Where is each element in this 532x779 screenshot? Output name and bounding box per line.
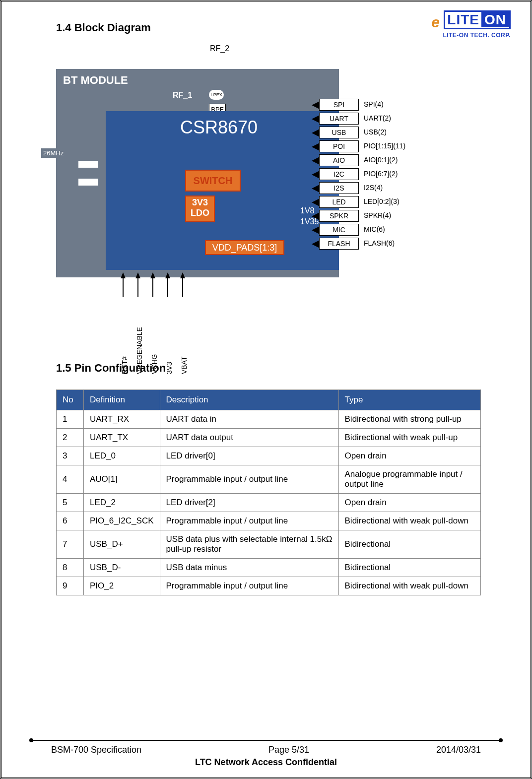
table-header-row: No Definition Description Type — [57, 390, 481, 410]
bus-mic: MIC — [319, 224, 359, 236]
bus-spkr: SPKR — [319, 210, 359, 222]
bus-desc-mic: MIC(6) — [364, 225, 385, 233]
bus-poi: POI — [319, 140, 359, 152]
page-footer: BSM-700 Specification Page 5/31 2014/03/… — [31, 740, 501, 768]
chip-csr8670: CSR8670 SWITCH 3V3 LDO VDD_PADS[1:3] 1V8… — [106, 111, 339, 270]
cell-no: 9 — [57, 577, 84, 595]
switch-block: SWITCH — [185, 170, 241, 192]
bus-desc-i2s: I2S(4) — [364, 184, 383, 192]
cell-type: Open drain — [338, 447, 480, 465]
footer-left: BSM-700 Specification — [51, 745, 141, 755]
vddpads-block: VDD_PADS[1:3] — [205, 240, 284, 255]
table-row: 8USB_D-USB data minusBidirectional — [57, 559, 481, 577]
cell-no: 6 — [57, 512, 84, 530]
cell-def: USB_D+ — [84, 530, 160, 559]
label-rf1: RF_1 — [173, 91, 192, 100]
cell-desc: LED driver[0] — [160, 447, 338, 465]
table-row: 7USB_D+USB data plus with selectable int… — [57, 530, 481, 559]
bus-desc-poi: PIO[1:15](11) — [364, 142, 405, 150]
bus-i2c: I2C — [319, 168, 359, 180]
th-type: Type — [338, 390, 480, 410]
th-def: Definition — [84, 390, 160, 410]
label-rf2: RF_2 — [210, 44, 229, 53]
cell-no: 2 — [57, 429, 84, 447]
logo-main: LITEON — [444, 10, 511, 29]
cell-no: 7 — [57, 530, 84, 559]
bus-desc-spkr: SPKR(4) — [364, 211, 391, 219]
pin-vbat: VBAT — [180, 300, 188, 374]
th-no: No — [57, 390, 84, 410]
ipex-connector: I-PEX — [209, 90, 224, 100]
bus-aio: AIO — [319, 154, 359, 166]
crystal-icon — [73, 161, 98, 186]
table-row: 4AUO[1]Programmable input / output lineA… — [57, 465, 481, 494]
cell-no: 1 — [57, 410, 84, 429]
cell-def: PIO_6_I2C_SCK — [84, 512, 160, 530]
cell-type: Bidirectional with weak pull-up — [338, 429, 480, 447]
cell-desc: USB data minus — [160, 559, 338, 577]
footer-center: Page 5/31 — [268, 745, 309, 755]
bus-desc-flash: FLASH(6) — [364, 239, 395, 247]
cell-desc: UART data output — [160, 429, 338, 447]
chip-title: CSR8670 — [180, 117, 258, 138]
logo-e: e — [431, 14, 440, 30]
logo-subtitle: LITE-ON TECH. CORP. — [431, 32, 511, 39]
footer-confidential: LTC Network Access Confidential — [31, 757, 501, 768]
table-row: 1UART_RXUART data inBidirectional with s… — [57, 410, 481, 429]
table-row: 2UART_TXUART data outputBidirectional wi… — [57, 429, 481, 447]
logo: e LITEON LITE-ON TECH. CORP. — [431, 10, 511, 39]
table-row: 9PIO_2Programmable input / output lineBi… — [57, 577, 481, 595]
cell-def: LED_2 — [84, 494, 160, 512]
bus-desc-spi: SPI(4) — [364, 100, 384, 108]
cell-desc: LED driver[2] — [160, 494, 338, 512]
bus-desc-aio: AIO[0:1](2) — [364, 156, 398, 164]
pin-vregenable: VREGENABLE — [135, 300, 143, 374]
cell-type: Bidirectional with weak pull-down — [338, 577, 480, 595]
cell-desc: Programmable input / output line — [160, 512, 338, 530]
cell-type: Bidirectional with strong pull-up — [338, 410, 480, 429]
bus-desc-led: LED[0:2](3) — [364, 197, 399, 205]
bt-module-title: BT MODULE — [63, 74, 128, 87]
bus-led: LED — [319, 196, 359, 208]
bus-flash: FLASH — [319, 238, 359, 250]
cell-type: Open drain — [338, 494, 480, 512]
cell-desc: UART data in — [160, 410, 338, 429]
cell-type: Bidirectional — [338, 530, 480, 559]
th-desc: Description — [160, 390, 338, 410]
cell-def: LED_0 — [84, 447, 160, 465]
bus-desc-usb: USB(2) — [364, 128, 387, 136]
table-row: 6PIO_6_I2C_SCKProgrammable input / outpu… — [57, 512, 481, 530]
cell-desc: USB data plus with selectable internal 1… — [160, 530, 338, 559]
ldo-block: 3V3 LDO — [185, 195, 215, 222]
block-diagram: RF_2 BT MODULE RF_1 I-PEX BPF VBAT VCHG … — [51, 49, 428, 327]
heading-pin-config: 1.5 Pin Configuration — [56, 362, 481, 375]
bus-desc-uart: UART(2) — [364, 114, 391, 122]
pin-rst: RST# — [121, 300, 129, 374]
bus-desc-i2c: PIO[6:7](2) — [364, 170, 398, 178]
cell-type: Bidirectional — [338, 559, 480, 577]
bt-module: BT MODULE RF_1 I-PEX BPF VBAT VCHG 1V8 C… — [56, 69, 339, 277]
cell-type: Bidirectional with weak pull-down — [338, 512, 480, 530]
pin-vchg: VCHG — [150, 300, 158, 374]
cell-def: UART_RX — [84, 410, 160, 429]
table-row: 3LED_0LED driver[0]Open drain — [57, 447, 481, 465]
cell-desc: Programmable input / output line — [160, 465, 338, 494]
heading-block-diagram: 1.4 Block Diagram — [56, 21, 481, 34]
table-row: 5LED_2LED driver[2]Open drain — [57, 494, 481, 512]
footer-right: 2014/03/31 — [436, 745, 481, 755]
bus-i2s: I2S — [319, 182, 359, 194]
cell-def: PIO_2 — [84, 577, 160, 595]
cell-no: 3 — [57, 447, 84, 465]
label-26mhz: 26MHz — [41, 148, 66, 158]
bus-uart: UART — [319, 113, 359, 125]
cell-no: 5 — [57, 494, 84, 512]
cell-def: USB_D- — [84, 559, 160, 577]
cell-no: 4 — [57, 465, 84, 494]
footer-rule — [31, 740, 501, 741]
bus-spi: SPI — [319, 99, 359, 111]
bus-usb: USB — [319, 127, 359, 138]
cell-type: Analogue programmable input / output lin… — [338, 465, 480, 494]
pin-3v3: 3V3 — [165, 300, 173, 374]
cell-def: UART_TX — [84, 429, 160, 447]
pin-config-table: No Definition Description Type 1UART_RXU… — [56, 390, 481, 595]
